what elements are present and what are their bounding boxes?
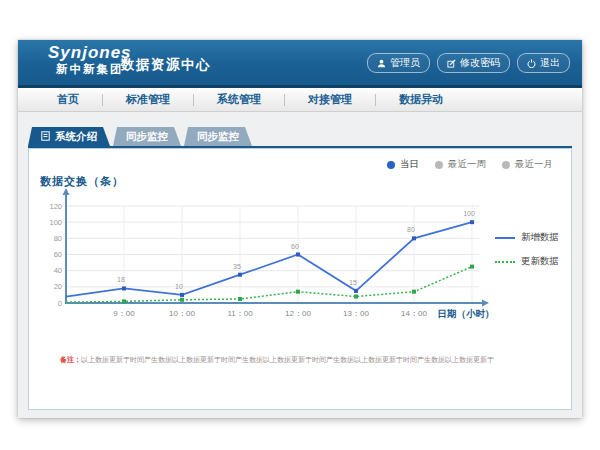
nav-item-data-change[interactable]: 数据异动: [376, 92, 466, 107]
company-logo: Synjones 新中新集团: [48, 44, 132, 75]
change-password-label: 修改密码: [460, 56, 500, 70]
svg-text:35: 35: [233, 263, 241, 270]
logout-label: 退出: [540, 56, 560, 70]
nav-item-system-mgmt[interactable]: 系统管理: [194, 92, 284, 107]
svg-text:18: 18: [117, 276, 125, 283]
tab-sync-monitor-2[interactable]: 同步监控: [184, 127, 252, 146]
user-icon: [377, 59, 386, 68]
nav-item-standard-mgmt[interactable]: 标准管理: [103, 92, 193, 107]
admin-user-button[interactable]: 管理员: [367, 53, 430, 73]
tab-label: 系统介绍: [55, 130, 97, 144]
svg-text:9：00: 9：00: [113, 309, 135, 318]
page-title: 数据资源中心: [121, 56, 211, 74]
svg-text:120: 120: [49, 202, 62, 211]
svg-text:80: 80: [54, 234, 62, 243]
app-header: Synjones 新中新集团 数据资源中心 管理员 修改密码 退出: [18, 40, 582, 85]
logo-subtext: 新中新集团: [48, 63, 132, 76]
tab-label: 同步监控: [126, 130, 168, 144]
footer-note: 备注：以上数据更新于时间产生数据以上数据更新于时间产生数据以上数据更新于时间产生…: [60, 355, 560, 365]
legend-label: 新增数据: [521, 231, 559, 244]
svg-text:10: 10: [175, 283, 183, 290]
svg-text:60: 60: [54, 250, 62, 259]
main-nav: 首页 标准管理 系统管理 对接管理 数据异动: [18, 88, 582, 112]
edit-icon: [447, 59, 456, 68]
nav-item-home[interactable]: 首页: [34, 92, 102, 107]
dotted-line-icon: [495, 261, 515, 263]
svg-text:日期（小时）: 日期（小时）: [438, 308, 495, 320]
legend-item-updated-data: 更新数据: [495, 255, 559, 268]
admin-user-label: 管理员: [390, 56, 420, 70]
content-card: 当日 最近一周 最近一月 数据交换（条） 0204060801001209：00…: [28, 148, 572, 410]
svg-text:15: 15: [349, 279, 357, 286]
logo-text: Synjones: [48, 44, 132, 63]
svg-text:0: 0: [58, 299, 62, 308]
svg-text:60: 60: [291, 243, 299, 250]
svg-text:100: 100: [49, 218, 62, 227]
svg-text:10：00: 10：00: [169, 309, 195, 318]
change-password-button[interactable]: 修改密码: [437, 53, 510, 73]
tab-label: 同步监控: [197, 130, 239, 144]
note-label: 备注：: [60, 356, 81, 363]
svg-text:80: 80: [407, 226, 415, 233]
svg-text:20: 20: [54, 282, 62, 291]
svg-text:100: 100: [463, 210, 475, 217]
svg-text:11：00: 11：00: [227, 309, 253, 318]
solid-line-icon: [495, 237, 515, 239]
tab-system-intro[interactable]: 系统介绍: [28, 127, 110, 146]
line-chart: 0204060801001209：0010：0011：0012：0013：001…: [29, 149, 573, 334]
legend-label: 更新数据: [521, 255, 559, 268]
tab-bar: 系统介绍 同步监控 同步监控: [28, 127, 255, 146]
page-container: Synjones 新中新集团 数据资源中心 管理员 修改密码 退出: [18, 40, 582, 418]
nav-item-interface-mgmt[interactable]: 对接管理: [285, 92, 375, 107]
power-icon: [527, 59, 536, 68]
header-actions: 管理员 修改密码 退出: [367, 53, 570, 73]
svg-text:12：00: 12：00: [285, 309, 311, 318]
svg-text:13：00: 13：00: [343, 309, 369, 318]
chart-legend: 新增数据 更新数据: [495, 231, 559, 279]
note-text: 以上数据更新于时间产生数据以上数据更新于时间产生数据以上数据更新于时间产生数据以…: [81, 356, 494, 363]
logout-button[interactable]: 退出: [517, 53, 570, 73]
svg-text:40: 40: [54, 266, 62, 275]
legend-item-new-data: 新增数据: [495, 231, 559, 244]
svg-text:14：00: 14：00: [401, 309, 427, 318]
document-icon: [41, 131, 50, 143]
tab-sync-monitor-1[interactable]: 同步监控: [113, 127, 181, 146]
